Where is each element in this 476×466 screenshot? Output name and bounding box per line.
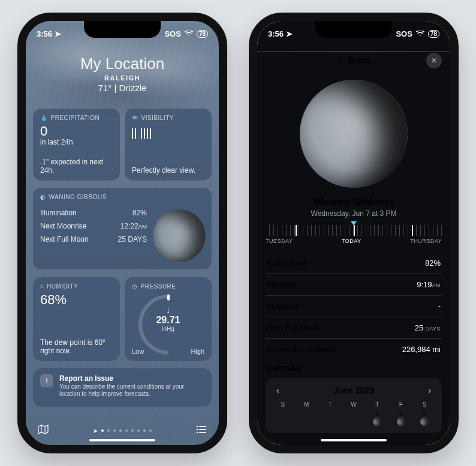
cal-day-headers: S M T W T F S	[272, 401, 436, 408]
moon-stats: Illumination 82% Moonset 9:19AM Moonrise…	[266, 252, 442, 360]
pressure-header: PRESSURE	[141, 283, 176, 290]
cal-cell[interactable]	[342, 410, 364, 428]
location-arrow-icon: ➤	[93, 428, 98, 434]
clock: 3:56	[37, 29, 52, 38]
stat-row[interactable]: Moonrise -	[266, 296, 442, 317]
cal-month: June 2023	[333, 386, 374, 395]
stat-label: Moonset	[267, 280, 297, 289]
cards-grid: 💧 PRECIPITATION 0 in last 24h .1" expect…	[33, 109, 212, 407]
map-button[interactable]	[38, 425, 49, 437]
weather-header[interactable]: My Location RALEIGH 71° | Drizzle	[26, 55, 219, 93]
page-dots[interactable]: ➤	[93, 428, 152, 434]
home-indicator[interactable]	[321, 439, 387, 441]
sheet-title: Moon	[348, 56, 370, 65]
stat-row[interactable]: Illumination 82%	[266, 252, 442, 274]
scrubber-today: TODAY	[342, 238, 361, 244]
pressure-high-label: High	[191, 348, 204, 355]
clock: 3:56	[268, 29, 284, 38]
carrier: SOS	[164, 29, 180, 38]
gauge-icon: ◷	[132, 283, 138, 290]
svg-rect-5	[199, 432, 206, 433]
report-icon: !	[40, 374, 53, 387]
humidity-header: HUMIDITY	[47, 283, 78, 290]
stat-row[interactable]: Moonset 9:19AM	[266, 274, 442, 296]
wifi-icon	[416, 29, 424, 38]
cal-cell[interactable]	[319, 410, 341, 428]
pressure-gauge: ↓ 29.71 inHg	[135, 294, 201, 336]
home-indicator[interactable]	[89, 439, 155, 441]
location-title: My Location	[26, 55, 219, 73]
moon-illustration	[153, 209, 206, 262]
svg-rect-3	[199, 429, 206, 430]
cal-prev-button[interactable]: ‹	[274, 384, 282, 396]
visibility-card[interactable]: 👁 VISIBILITY Perfectly clear view.	[125, 109, 212, 181]
location-arrow-icon: ➤	[286, 29, 293, 38]
stat-label: Next Full Moon	[267, 323, 319, 332]
svg-point-2	[197, 429, 198, 431]
location-arrow-icon: ➤	[55, 29, 61, 38]
cal-cell[interactable]: 1	[366, 410, 388, 428]
scrubber-next: THURSDAY	[410, 238, 442, 244]
report-issue-card[interactable]: ! Report an Issue You can describe the c…	[33, 368, 212, 407]
stat-value: 226,984 mi	[402, 345, 441, 354]
stat-row[interactable]: Geocentric Distance 226,984 mi	[266, 339, 442, 360]
phase-date: Wednesday, Jun 7 at 3 PM	[257, 209, 450, 218]
arrow-down-icon: ↓	[135, 305, 201, 315]
pressure-card[interactable]: ◷ PRESSURE ↓ 29.71 inHg Low High	[125, 277, 212, 361]
visibility-header: VISIBILITY	[141, 115, 174, 121]
city-label: RALEIGH	[26, 74, 219, 82]
cal-cell[interactable]: 3	[414, 410, 436, 428]
screen-moon[interactable]: ☾ Moon ✕ Waning Gibbous Wednesday, Jun 7…	[257, 21, 450, 445]
phone-weather: 3:56 ➤ SOS 78 My Location RALEIGH 71° | …	[17, 13, 227, 453]
stat-label: Illumination	[267, 258, 306, 267]
scrubber-daymark	[296, 225, 297, 236]
svg-rect-1	[199, 426, 206, 427]
phase-title: Waning Gibbous Wednesday, Jun 7 at 3 PM	[257, 196, 450, 218]
wifi-icon	[185, 29, 193, 38]
cal-cell[interactable]: 2	[390, 410, 412, 428]
precipitation-card[interactable]: 💧 PRECIPITATION 0 in last 24h .1" expect…	[33, 109, 120, 181]
time-scrubber[interactable]: TUESDAY TODAY THURSDAY	[266, 225, 442, 244]
list-button[interactable]	[196, 425, 207, 436]
sheet-header: ☾ Moon ✕	[257, 56, 450, 65]
carrier: SOS	[396, 29, 412, 38]
svg-point-0	[197, 426, 198, 428]
close-button[interactable]: ✕	[426, 53, 442, 68]
stat-value: 9:19AM	[417, 280, 441, 289]
stat-label: Geocentric Distance	[267, 345, 337, 354]
moon-stat-label: Next Full Moon	[40, 235, 89, 243]
pressure-low-label: Low	[132, 348, 144, 355]
stat-value: -	[438, 302, 441, 311]
battery-indicator: 78	[197, 30, 208, 38]
eye-icon: 👁	[132, 115, 138, 121]
precip-value: 0	[40, 125, 113, 138]
cal-cell[interactable]	[272, 410, 294, 428]
report-title: Report an Issue	[59, 374, 204, 383]
cal-cell[interactable]	[295, 410, 317, 428]
precip-unit: in last 24h	[40, 138, 113, 146]
cal-next-button[interactable]: ›	[426, 384, 433, 396]
scrubber-daymark	[412, 225, 413, 236]
droplet-icon: 💧	[40, 115, 48, 121]
moon-large-illustration	[300, 80, 408, 188]
phase-name: Waning Gibbous	[257, 196, 450, 208]
moon-stat-label: Next Moonrise	[40, 222, 86, 230]
stat-row[interactable]: Next Full Moon 25 DAYS	[266, 317, 442, 339]
humidity-desc: The dew point is 60° right now.	[40, 338, 113, 355]
humidity-value: 68%	[40, 293, 113, 306]
battery-indicator: 78	[428, 30, 439, 38]
report-desc: You can describe the current conditions …	[59, 383, 204, 398]
phone-moon-detail: 3:56 ➤ SOS 78 ☾ Moon ✕ Waning Gibbous W	[249, 13, 459, 453]
stat-label: Moonrise	[267, 302, 299, 311]
notch	[315, 21, 392, 38]
screen-weather[interactable]: My Location RALEIGH 71° | Drizzle 💧 PREC…	[26, 21, 219, 445]
calendar: ‹ June 2023 › S M T W T F S 1 2 3	[266, 378, 442, 433]
moon-card[interactable]: ◐ WANING GIBBOUS Illumination 82% Next M…	[33, 188, 212, 269]
sheet-grabber[interactable]	[257, 51, 450, 52]
moon-icon: ☾	[337, 56, 345, 65]
humidity-card[interactable]: ≈ HUMIDITY 68% The dew point is 60° righ…	[33, 277, 120, 361]
scrubber-prev: TUESDAY	[266, 238, 293, 244]
moon-phase-header: WANING GIBBOUS	[49, 194, 107, 200]
temp-summary: 71° | Drizzle	[26, 83, 219, 93]
pressure-value: 29.71	[135, 315, 201, 326]
